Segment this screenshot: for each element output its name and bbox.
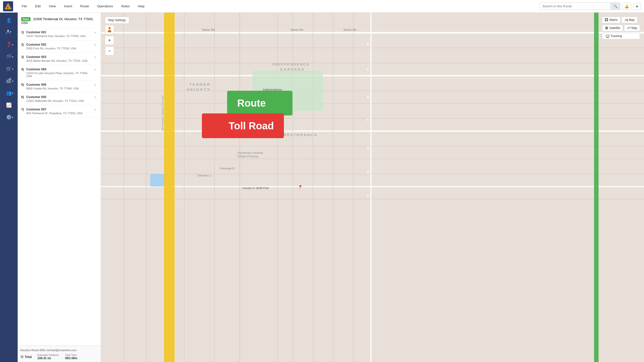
route-totals: ⚙ Total Estimated Distance 108.41 mi Tot… xyxy=(20,353,98,360)
nav-edit[interactable]: Edit xyxy=(34,3,42,9)
nav-view[interactable]: View xyxy=(47,3,57,9)
remove-item-button[interactable]: × xyxy=(93,31,97,35)
item-number: 4) xyxy=(21,68,26,71)
svg-rect-71 xyxy=(606,35,609,37)
remove-item-button[interactable]: × xyxy=(93,83,97,87)
item-address: 4015 Aldine Bender Rd, Houston, TX 77032… xyxy=(26,59,93,62)
svg-text:⬆: ⬆ xyxy=(366,145,369,149)
item-address: 11001 Wallisville Rd, Houston, TX 77013,… xyxy=(26,99,93,102)
item-number: 2) xyxy=(21,43,26,46)
sidebar-icon-help[interactable]: ❓ ▶ xyxy=(4,39,14,50)
street-view-button[interactable] xyxy=(105,25,114,34)
item-info: Customer 007 404 Parkwood Dr, Pasadena, … xyxy=(26,108,93,115)
cart-icon: 🛒 xyxy=(6,66,12,72)
map-controls-right: Matrix Map Satellite xyxy=(602,17,640,39)
svg-text:Tanner Rd: Tanner Rd xyxy=(343,28,356,31)
item-address: 2500 Frick Rd, Houston, TX 77038, USA xyxy=(26,47,93,50)
item-address: 5800 Uvalde Rd, Houston, TX 77049, USA xyxy=(26,87,93,90)
item-number: 6) xyxy=(21,95,26,99)
map-container[interactable]: Independence Park 🌿 Tanner Rd Tanner Rd … xyxy=(101,13,644,362)
expand-arrow-optimize: ▶ xyxy=(12,56,14,58)
sidebar-icon-cart[interactable]: 🛒 ▶ xyxy=(4,64,14,74)
svg-text:Chamberlain University: Chamberlain University xyxy=(237,152,263,154)
map-settings-button[interactable]: Map Settings xyxy=(105,17,129,24)
svg-point-62 xyxy=(109,27,111,29)
svg-text:⬆: ⬆ xyxy=(366,67,369,71)
search-button[interactable]: 🔍 xyxy=(610,3,620,10)
sidebar-icon-analytics[interactable]: ▶ xyxy=(4,76,14,86)
item-number: 1) xyxy=(21,31,26,34)
item-info: Customer 001 14147 Northwest Fwy, Housto… xyxy=(26,31,93,38)
item-name: Customer 001 xyxy=(26,31,93,34)
remove-item-button[interactable]: × xyxy=(93,68,97,72)
remove-item-button[interactable]: × xyxy=(93,55,97,59)
total-time-label: Total Time xyxy=(65,354,77,356)
toll-road-overlay xyxy=(164,13,175,362)
zoom-out-button[interactable]: − xyxy=(105,46,114,55)
route-arrow xyxy=(270,94,282,112)
svg-point-8 xyxy=(10,78,11,80)
sidebar-icon-add-user[interactable] xyxy=(4,27,14,38)
matrix-label: Matrix xyxy=(609,18,618,22)
svg-text:Parksedge Dr: Parksedge Dr xyxy=(220,167,235,170)
search-area: 🔍 🔔 ★ xyxy=(540,3,641,10)
nav-notes[interactable]: Notes xyxy=(120,3,131,9)
route-optimize-icon xyxy=(6,53,12,61)
map2-button[interactable]: Map xyxy=(624,25,640,31)
sidebar-icon-chart[interactable]: 📈 xyxy=(4,100,14,110)
toll-road-label: Toll Road xyxy=(202,113,284,138)
sidebar-icon-team[interactable]: 👥 ▶ xyxy=(4,88,14,98)
total-time-value: 05h:38m xyxy=(65,356,77,360)
list-item: 1) Customer 001 14147 Northwest Fwy, Hou… xyxy=(20,28,98,40)
svg-text:⬆: ⬆ xyxy=(366,118,369,122)
top-navbar: Y File Edit View Insert Route Operations… xyxy=(0,0,644,13)
sidebar-icon-user[interactable]: 👤 xyxy=(4,15,14,26)
svg-text:📍: 📍 xyxy=(298,185,303,190)
route-list: Start 10300 Timberoak Dr, Houston, TX 77… xyxy=(18,13,101,345)
expand-arrow-settings: ▶ xyxy=(12,116,14,118)
notification-button[interactable]: 🔔 xyxy=(622,3,631,10)
svg-rect-6 xyxy=(8,79,9,83)
sidebar-icon-settings[interactable]: ⚙️ ▶ xyxy=(4,112,14,123)
remove-item-button[interactable]: × xyxy=(93,43,97,47)
svg-text:Tanner Rd: Tanner Rd xyxy=(202,28,215,31)
sidebar-icon-route-optimize[interactable]: ▶ xyxy=(4,51,14,62)
svg-rect-64 xyxy=(607,18,608,19)
help-icon: ❓ xyxy=(6,42,12,47)
chart-icon: 📈 xyxy=(6,102,12,108)
main-layout: 👤 ❓ ▶ ▶ xyxy=(0,13,644,362)
svg-rect-63 xyxy=(605,18,606,19)
matrix-button[interactable]: Matrix xyxy=(602,17,621,23)
item-address: 11610 N Lake Houston Pkwy, Houston, TX 7… xyxy=(26,72,93,78)
zoom-in-button[interactable]: + xyxy=(105,36,114,45)
add-user-icon xyxy=(6,29,12,36)
search-box: 🔍 xyxy=(540,3,620,10)
remove-item-button[interactable]: × xyxy=(93,95,97,99)
item-number: 5) xyxy=(21,83,26,86)
nav-file[interactable]: File xyxy=(20,3,29,9)
start-address: 10300 Timberoak Dr, Houston, TX 77043, U… xyxy=(21,17,93,25)
item-info: Customer 004 11610 N Lake Houston Pkwy, … xyxy=(26,68,93,78)
start-item: Start 10300 Timberoak Dr, Houston, TX 77… xyxy=(20,15,98,28)
route-road-overlay xyxy=(594,13,599,362)
nav-operations[interactable]: Operations xyxy=(96,3,115,9)
estimated-distance-label: Estimated Distance xyxy=(37,354,59,356)
item-name: Customer 002 xyxy=(26,43,93,46)
favorite-button[interactable]: ★ xyxy=(633,3,641,10)
svg-text:Tidewater Ln: Tidewater Ln xyxy=(197,174,211,177)
nav-help[interactable]: Help xyxy=(136,3,146,9)
nav-route[interactable]: Route xyxy=(79,3,91,9)
map-view-button[interactable]: Map xyxy=(622,17,637,23)
satellite-button[interactable]: Satellite xyxy=(602,25,623,31)
route-settings-button[interactable]: ⚙ xyxy=(20,354,24,359)
estimated-distance-col: Estimated Distance 108.41 mi xyxy=(37,354,59,360)
remove-item-button[interactable]: × xyxy=(93,108,97,112)
list-item: 2) Customer 002 2500 Frick Rd, Houston, … xyxy=(20,40,98,53)
expand-arrow-cart: ▶ xyxy=(12,68,14,70)
svg-text:⬆: ⬆ xyxy=(366,95,369,99)
toll-arrow xyxy=(212,117,225,135)
tracking-button[interactable]: Tracking xyxy=(602,33,640,39)
total-label: Total xyxy=(25,355,32,359)
search-input[interactable] xyxy=(540,3,610,10)
nav-insert[interactable]: Insert xyxy=(62,3,74,9)
